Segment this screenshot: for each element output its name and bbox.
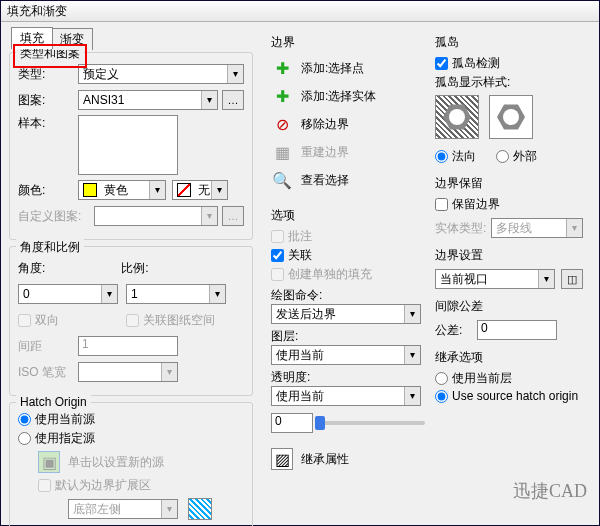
- slider-thumb-icon: [315, 416, 325, 430]
- boundary-set-new-button[interactable]: ◫: [561, 269, 583, 289]
- entity-type-label: 实体类型:: [435, 220, 491, 237]
- tab-gradient[interactable]: 渐变: [51, 28, 93, 50]
- view-selection-icon: 🔍: [271, 169, 293, 191]
- inherit-props-button[interactable]: ▨ 继承属性: [271, 448, 425, 470]
- add-pick-icon: ✚: [271, 57, 293, 79]
- island-style-normal-preview[interactable]: [435, 95, 479, 139]
- island-style-label: 孤岛显示样式:: [435, 74, 583, 91]
- bretain-title: 边界保留: [435, 175, 583, 192]
- origin-corner-dropdown: 底部左侧▾: [68, 499, 178, 519]
- color-label: 颜色:: [18, 182, 78, 199]
- add-select-icon: ✚: [271, 85, 293, 107]
- remove-boundary-row[interactable]: ⊘ 移除边界: [271, 113, 425, 135]
- default-extent-checkbox: 默认为边界扩展区: [38, 477, 244, 494]
- transparency-value-input[interactable]: 0: [271, 413, 313, 433]
- scale-label: 比例:: [121, 261, 148, 275]
- color-dropdown[interactable]: 黄色▾: [78, 180, 166, 200]
- gap-tol-input[interactable]: 0: [477, 320, 557, 340]
- entity-type-dropdown: 多段线▾: [491, 218, 583, 238]
- custom-browse-button: …: [222, 206, 244, 226]
- gap-title: 间隙公差: [435, 298, 583, 315]
- boundary-title: 边界: [271, 34, 425, 51]
- pattern-browse-button[interactable]: …: [222, 90, 244, 110]
- transparency-label: 透明度:: [271, 369, 425, 386]
- hatch-preview-icon: [188, 498, 212, 520]
- type-dropdown[interactable]: 预定义▾: [78, 64, 244, 84]
- angle-label: 角度:: [18, 261, 45, 275]
- layer-label: 图层:: [271, 328, 425, 345]
- pick-point-icon: ▣: [38, 451, 60, 473]
- hexagon-icon: [497, 103, 525, 131]
- view-selection-row[interactable]: 🔍 查看选择: [271, 169, 425, 191]
- spacing-label: 间距: [18, 338, 78, 355]
- color-swatch-icon: [83, 183, 97, 197]
- rebuild-boundary-icon: ▦: [271, 141, 293, 163]
- separate-checkbox: 创建单独的填充: [271, 266, 425, 283]
- group-type-pattern: 类型和图案 类型: 预定义▾ 图案: ANSI31▾ … 样本:: [9, 52, 253, 240]
- inherit-layer-radio[interactable]: 使用当前层: [435, 370, 583, 387]
- scale-dropdown[interactable]: 1▾: [126, 284, 226, 304]
- group-angle-scale: 角度和比例 角度: 比例: 0▾ 1▾ 双向 关联图纸空间 间距 1: [9, 246, 253, 396]
- bidir-checkbox: 双向: [18, 312, 118, 329]
- custom-pattern-label: 自定义图案:: [18, 208, 94, 225]
- origin-current-radio[interactable]: 使用当前源: [18, 411, 244, 428]
- gap-tol-label: 公差:: [435, 322, 477, 339]
- col-left: 填充 渐变 类型和图案 类型: 预定义▾ 图案: ANSI31▾: [1, 22, 261, 525]
- group-origin: Hatch Origin 使用当前源 使用指定源 ▣ 单击以设置新的源 默认为边…: [9, 402, 253, 526]
- angle-dropdown[interactable]: 0▾: [18, 284, 118, 304]
- add-select-row[interactable]: ✚ 添加:选择实体: [271, 85, 425, 107]
- rebuild-boundary-row: ▦ 重建边界: [271, 141, 425, 163]
- type-label: 类型:: [18, 66, 78, 83]
- islands-title: 孤岛: [435, 34, 583, 51]
- dialog-window: 填充和渐变 填充 渐变 类型和图案 类型: 预定义▾ 图案:: [0, 0, 600, 526]
- nofill-icon: [177, 183, 191, 197]
- tabstrip: 填充 渐变: [9, 26, 253, 50]
- draw-order-dropdown[interactable]: 发送后边界▾: [271, 304, 421, 324]
- window-title: 填充和渐变: [7, 3, 67, 20]
- origin-specified-radio[interactable]: 使用指定源: [18, 430, 244, 447]
- island-detect-checkbox[interactable]: 孤岛检测: [435, 55, 583, 72]
- custom-pattern-dropdown: ▾: [94, 206, 218, 226]
- inherit-title: 继承选项: [435, 349, 583, 366]
- retain-boundary-checkbox[interactable]: 保留边界: [435, 196, 583, 213]
- hexagon-icon: [443, 103, 471, 131]
- inherit-source-radio[interactable]: Use source hatch origin: [435, 389, 583, 403]
- click-new-origin: 单击以设置新的源: [68, 454, 164, 471]
- transparency-slider[interactable]: [319, 421, 425, 425]
- options-title: 选项: [271, 207, 425, 224]
- sample-swatch[interactable]: [78, 115, 178, 175]
- brand-watermark: 迅捷CAD: [513, 479, 587, 503]
- layer-dropdown[interactable]: 使用当前▾: [271, 345, 421, 365]
- col-middle: 边界 ✚ 添加:选择点 ✚ 添加:选择实体 ⊘ 移除边界 ▦ 重建边界 🔍 查看…: [261, 22, 431, 525]
- col-right: 孤岛 孤岛检测 孤岛显示样式: 法向 外部 边界保留 保留边界 实体类型: 多段…: [431, 22, 589, 525]
- pattern-label: 图案:: [18, 92, 78, 109]
- spacing-input: 1: [78, 336, 178, 356]
- inherit-props-icon: ▨: [271, 448, 293, 470]
- annotate-checkbox: 批注: [271, 228, 425, 245]
- fill-none-dropdown[interactable]: 无▾: [172, 180, 228, 200]
- title-bar: 填充和渐变: [1, 1, 599, 22]
- island-style-outer-preview[interactable]: [489, 95, 533, 139]
- iso-pen-dropdown: ▾: [78, 362, 178, 382]
- bset-title: 边界设置: [435, 247, 583, 264]
- island-outer-radio[interactable]: 外部: [496, 148, 537, 165]
- transparency-dropdown[interactable]: 使用当前▾: [271, 386, 421, 406]
- draw-order-label: 绘图命令:: [271, 287, 425, 304]
- remove-boundary-icon: ⊘: [271, 113, 293, 135]
- pattern-dropdown[interactable]: ANSI31▾: [78, 90, 218, 110]
- sample-label: 样本:: [18, 115, 78, 132]
- boundary-set-dropdown[interactable]: 当前视口▾: [435, 269, 555, 289]
- assoc-checkbox[interactable]: 关联: [271, 247, 425, 264]
- paperspace-checkbox: 关联图纸空间: [126, 312, 215, 329]
- iso-pen-label: ISO 笔宽: [18, 364, 78, 381]
- tab-fill[interactable]: 填充: [11, 27, 53, 49]
- island-normal-radio[interactable]: 法向: [435, 148, 476, 165]
- add-pick-row[interactable]: ✚ 添加:选择点: [271, 57, 425, 79]
